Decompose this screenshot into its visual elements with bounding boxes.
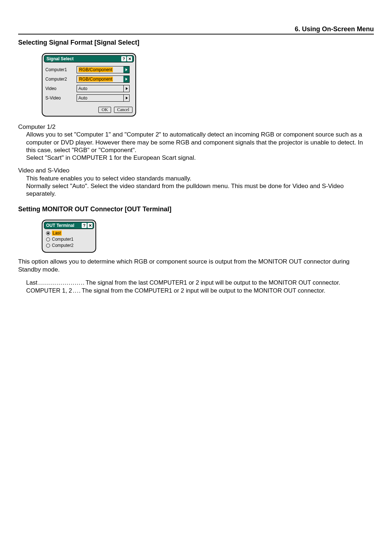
section-title-signal-select: Selecting Signal Format [Signal Select] (18, 39, 374, 46)
svg-marker-0 (126, 68, 128, 71)
chevron-right-icon (123, 66, 129, 73)
para-video-text2: Normally select "Auto". Select the video… (26, 182, 374, 198)
chevron-right-icon (123, 76, 129, 82)
row-label: S-Video (45, 95, 77, 101)
def-text: The signal from the COMPUTER1 or 2 input… (82, 286, 326, 294)
row-label: Computer1 (45, 67, 77, 72)
radio-icon (46, 231, 50, 235)
radio-icon (46, 237, 50, 241)
def-label: Last (26, 278, 37, 286)
radio-label: Last (52, 231, 62, 236)
signal-row-computer1: Computer1 RGB/Component (45, 66, 132, 73)
dropdown-value: RGB/Component (78, 67, 113, 72)
out-terminal-intro: This option allows you to determine whic… (18, 258, 374, 273)
svg-marker-3 (126, 97, 128, 99)
radio-computer2[interactable]: Computer2 (46, 243, 95, 248)
section-title-out-terminal: Setting MONITOR OUT Connector [OUT Termi… (18, 205, 374, 213)
para-computer-text1: Allows you to set "Computer 1" and "Comp… (26, 131, 374, 154)
dropdown-value: RGB/Component (78, 77, 113, 82)
signal-row-svideo: S-Video Auto (45, 94, 132, 102)
help-icon[interactable]: ? (121, 56, 126, 61)
radio-icon (46, 244, 50, 248)
def-computer: COMPUTER 1, 2 .... The signal from the C… (26, 286, 374, 294)
svg-marker-1 (126, 78, 128, 81)
svg-marker-2 (126, 87, 128, 90)
def-text: The signal from the last COMPUTER1 or 2 … (86, 278, 340, 286)
dropdown-svideo[interactable]: Auto (77, 94, 130, 102)
def-last: Last ....................... The signal … (26, 278, 374, 286)
def-dots: .... (73, 286, 81, 294)
panel-titlebar: OUT Terminal ? ✕ (44, 222, 94, 229)
panel-titlebar: Signal Select ? ✕ (44, 55, 134, 62)
radio-last[interactable]: Last (46, 231, 95, 236)
dropdown-value: Auto (78, 86, 87, 91)
signal-row-computer2: Computer2 RGB/Component (45, 76, 132, 83)
signal-select-panel: Signal Select ? ✕ Computer1 RGB/Componen… (42, 53, 136, 117)
dropdown-computer2[interactable]: RGB/Component (77, 76, 130, 83)
dropdown-computer1[interactable]: RGB/Component (77, 66, 130, 73)
panel-title-text: OUT Terminal (46, 223, 74, 228)
row-label: Computer2 (45, 77, 77, 82)
radio-computer1[interactable]: Computer1 (46, 237, 95, 242)
dropdown-value: Auto (78, 95, 87, 101)
para-video-text1: This feature enables you to select video… (26, 175, 374, 182)
close-icon[interactable]: ✕ (127, 56, 132, 61)
chevron-right-icon (123, 95, 129, 101)
cancel-button[interactable]: Cancel (114, 107, 132, 113)
dropdown-video[interactable]: Auto (77, 85, 130, 92)
radio-label: Computer1 (52, 237, 73, 242)
chapter-header: 6. Using On-Screen Menu (18, 25, 374, 34)
row-label: Video (45, 86, 77, 91)
signal-row-video: Video Auto (45, 85, 132, 92)
ok-button[interactable]: OK (98, 107, 111, 113)
para-computer-text2: Select "Scart" in COMPUTER 1 for the Eur… (26, 154, 374, 162)
def-label: COMPUTER 1, 2 (26, 286, 72, 294)
para-video-label: Video and S-Video (18, 167, 374, 174)
radio-label: Computer2 (52, 243, 73, 248)
para-computer-label: Computer 1/2 (18, 123, 374, 131)
help-icon[interactable]: ? (82, 223, 87, 228)
panel-title-text: Signal Select (46, 56, 74, 61)
def-dots: ....................... (38, 278, 85, 286)
chevron-right-icon (123, 85, 129, 92)
out-terminal-panel: OUT Terminal ? ✕ Last Computer1 Computer… (42, 220, 96, 253)
close-icon[interactable]: ✕ (87, 223, 93, 228)
